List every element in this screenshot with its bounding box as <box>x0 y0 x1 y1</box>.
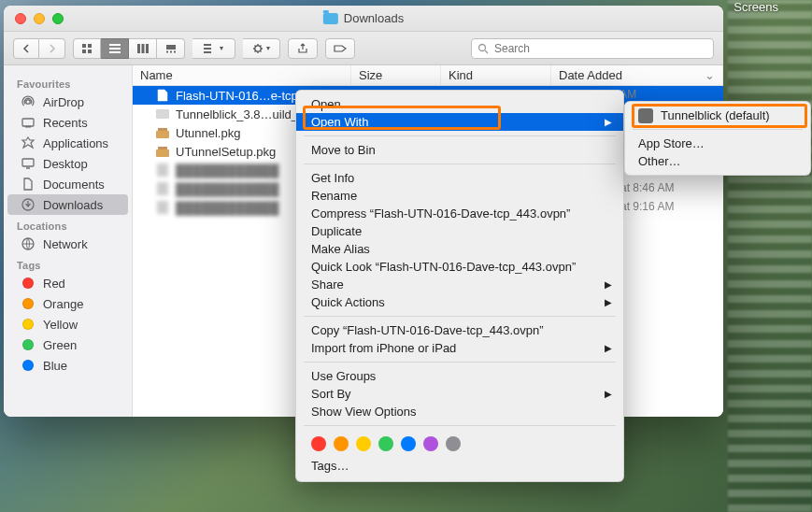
context-menu-item[interactable]: Quick Look “Flash-UTN-016-Dave-tcp_443.o… <box>296 258 623 276</box>
sidebar-item-network[interactable]: Network <box>7 234 128 254</box>
group-by-button[interactable]: ▾ <box>192 38 235 59</box>
context-menu-item[interactable]: Tags… <box>296 457 623 476</box>
menu-separator <box>304 164 616 164</box>
tag-color-swatch[interactable] <box>446 436 461 451</box>
action-button[interactable]: ▾ <box>243 38 280 59</box>
file-icon <box>155 88 170 103</box>
search-input[interactable] <box>494 42 707 55</box>
forward-button[interactable] <box>39 38 65 59</box>
sidebar-item-yellow[interactable]: Yellow <box>7 314 128 334</box>
sidebar-item-label: Downloads <box>43 198 103 212</box>
sidebar-item-label: Blue <box>43 359 67 373</box>
svg-rect-16 <box>204 51 211 53</box>
sidebar-item-desktop[interactable]: Desktop <box>7 153 128 174</box>
sidebar-item-orange[interactable]: Orange <box>7 293 128 314</box>
sidebar-item-applications[interactable]: Applications <box>7 133 128 153</box>
context-menu-item[interactable]: Duplicate <box>296 222 623 240</box>
zoom-window-button[interactable] <box>52 13 64 24</box>
sidebar-item-label: AirDrop <box>43 95 84 109</box>
context-menu-item[interactable]: Quick Actions▶ <box>296 293 623 311</box>
sidebar-item-blue[interactable]: Blue <box>7 355 128 376</box>
submenu-item-label: App Store… <box>638 136 705 150</box>
sidebar-item-label: Applications <box>43 136 108 150</box>
svg-rect-21 <box>25 126 31 128</box>
svg-rect-6 <box>109 51 121 53</box>
context-menu: OpenOpen With▶Move to BinGet InfoRenameC… <box>295 90 624 482</box>
context-menu-item[interactable]: Make Alias <box>296 240 623 258</box>
context-menu-item[interactable]: Sort By▶ <box>296 385 623 403</box>
nav-buttons <box>13 38 65 59</box>
menubar-app: Screens <box>734 0 778 14</box>
sidebar-item-airdrop[interactable]: AirDrop <box>7 92 128 112</box>
context-menu-item[interactable]: Get Info <box>296 169 623 187</box>
file-icon <box>155 200 170 215</box>
submenu-chevron-icon: ▶ <box>605 117 612 127</box>
submenu-item[interactable]: App Store… <box>625 135 810 152</box>
svg-rect-15 <box>204 48 211 50</box>
column-date[interactable]: Date Added⌄ <box>551 65 723 85</box>
svg-rect-9 <box>146 44 149 53</box>
column-name[interactable]: Name <box>133 65 351 85</box>
sidebar-item-red[interactable]: Red <box>7 273 128 293</box>
back-button[interactable] <box>13 38 39 59</box>
share-button[interactable] <box>288 38 318 59</box>
window-title: Downloads <box>344 11 404 25</box>
search-field[interactable] <box>471 38 714 59</box>
menu-separator <box>304 316 616 317</box>
context-menu-item[interactable]: Use Groups <box>296 367 623 385</box>
minimize-window-button[interactable] <box>34 13 45 24</box>
recents-icon <box>21 115 36 130</box>
context-menu-item[interactable]: Import from iPhone or iPad▶ <box>296 339 623 357</box>
context-menu-item[interactable]: Open With▶ <box>296 113 623 131</box>
svg-rect-25 <box>156 109 169 119</box>
sidebar-item-downloads[interactable]: Downloads <box>7 194 128 215</box>
list-view-button[interactable] <box>101 38 129 59</box>
menu-separator <box>304 362 616 363</box>
context-menu-item[interactable]: Show View Options <box>296 403 623 420</box>
submenu-item[interactable]: Tunnelblick (default) <box>625 107 810 124</box>
submenu-item[interactable]: Other… <box>625 152 810 170</box>
file-name: ████████████ <box>176 164 279 178</box>
column-header-row: Name Size Kind Date Added⌄ <box>133 65 723 86</box>
tag-color-swatch[interactable] <box>378 436 393 451</box>
menu-separator <box>304 425 616 426</box>
folder-icon <box>323 13 338 24</box>
column-view-button[interactable] <box>129 38 157 59</box>
svg-rect-4 <box>109 44 121 46</box>
svg-rect-29 <box>157 182 168 195</box>
context-menu-item[interactable]: Copy “Flash-UTN-016-Dave-tcp_443.ovpn” <box>296 321 623 339</box>
tag-color-swatch[interactable] <box>356 436 371 451</box>
column-kind[interactable]: Kind <box>441 65 551 85</box>
file-icon <box>155 181 170 196</box>
tags-button[interactable] <box>325 38 355 59</box>
file-icon <box>155 144 170 159</box>
app-icon <box>638 108 653 123</box>
context-menu-item[interactable]: Share▶ <box>296 276 623 293</box>
file-icon <box>155 163 170 178</box>
svg-rect-7 <box>137 44 140 53</box>
close-window-button[interactable] <box>15 13 26 24</box>
icon-view-button[interactable] <box>73 38 101 59</box>
gallery-view-button[interactable] <box>157 38 185 59</box>
svg-rect-20 <box>22 119 34 126</box>
sidebar-item-recents[interactable]: Recents <box>7 112 128 133</box>
tag-color-swatch[interactable] <box>311 436 326 451</box>
column-size[interactable]: Size <box>351 65 441 85</box>
svg-point-18 <box>479 44 486 50</box>
submenu-chevron-icon: ▶ <box>605 279 612 290</box>
tag-color-swatch[interactable] <box>334 436 349 451</box>
sidebar-item-documents[interactable]: Documents <box>7 174 128 194</box>
svg-rect-28 <box>157 164 168 177</box>
context-menu-item[interactable]: Move to Bin <box>296 141 623 159</box>
context-menu-item[interactable]: Open <box>296 95 623 113</box>
sidebar-item-green[interactable]: Green <box>7 334 128 355</box>
context-menu-item[interactable]: Compress “Flash-UTN-016-Dave-tcp_443.ovp… <box>296 205 623 222</box>
file-icon <box>155 125 170 140</box>
svg-rect-27 <box>156 149 169 157</box>
file-name: ████████████ <box>176 182 279 196</box>
tag-color-swatch[interactable] <box>423 436 438 451</box>
context-menu-item[interactable]: Rename <box>296 187 623 205</box>
svg-rect-5 <box>109 48 121 50</box>
submenu-item-label: Tunnelblick (default) <box>661 108 770 122</box>
tag-color-swatch[interactable] <box>401 436 416 451</box>
